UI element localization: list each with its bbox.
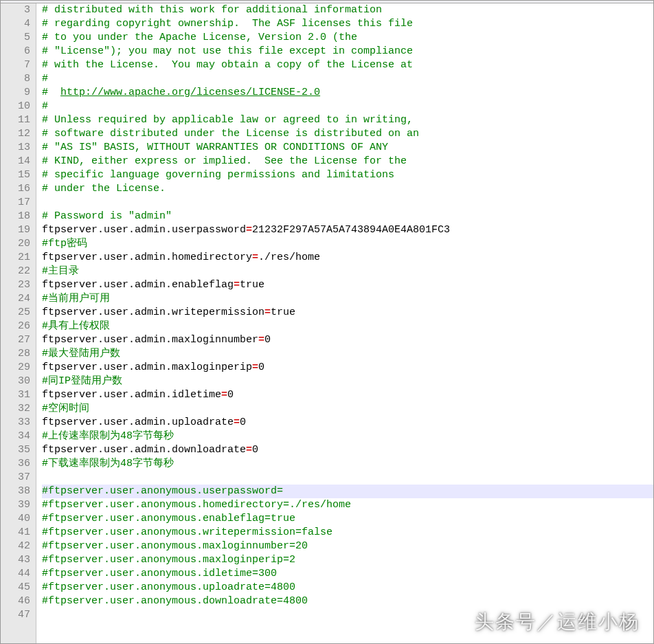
- code-line[interactable]: #ftp密码: [42, 237, 653, 251]
- comment-prefix: #: [42, 87, 60, 98]
- code-line[interactable]: #ftpserver.user.anonymous.maxloginperip=…: [42, 553, 653, 567]
- line-number: 23: [1, 278, 30, 292]
- code-line[interactable]: #: [42, 72, 653, 86]
- code-line[interactable]: ftpserver.user.admin.userpassword=21232F…: [42, 223, 653, 237]
- code-line[interactable]: #ftpserver.user.anonymous.writepermissio…: [42, 526, 653, 540]
- line-number: 45: [1, 581, 30, 595]
- comment-text: # "License"); you may not use this file …: [42, 45, 413, 57]
- equals-sign: =: [252, 362, 258, 373]
- comment-text: #ftp密码: [42, 238, 87, 249]
- code-line[interactable]: # "License"); you may not use this file …: [42, 45, 653, 58]
- property-key: ftpserver.user.admin.enableflag: [42, 279, 234, 291]
- code-line[interactable]: #ftpserver.user.anonymous.homedirectory=…: [42, 498, 653, 512]
- comment-text: #ftpserver.user.anonymous.writepermissio…: [42, 526, 332, 538]
- line-number: 43: [1, 553, 30, 567]
- code-line[interactable]: #当前用户可用: [42, 292, 653, 306]
- code-line[interactable]: #ftpserver.user.anonymous.downloadrate=4…: [42, 595, 653, 608]
- line-number: 31: [1, 388, 30, 402]
- line-number: 5: [1, 31, 30, 45]
- equals-sign: =: [234, 417, 240, 428]
- comment-text: # under the License.: [42, 183, 166, 195]
- code-line[interactable]: ftpserver.user.admin.maxloginperip=0: [42, 361, 653, 375]
- code-line[interactable]: ftpserver.user.admin.homedirectory=./res…: [42, 251, 653, 265]
- property-key: ftpserver.user.admin.idletime: [42, 389, 221, 401]
- comment-text: # Unless required by applicable law or a…: [42, 114, 413, 126]
- line-number: 12: [1, 127, 30, 141]
- property-key: ftpserver.user.admin.homedirectory: [42, 252, 252, 263]
- code-line[interactable]: #ftpserver.user.anonymous.enableflag=tru…: [42, 512, 653, 526]
- line-number: 25: [1, 306, 30, 320]
- code-line[interactable]: #最大登陆用户数: [42, 347, 653, 361]
- code-line[interactable]: #主目录: [42, 265, 653, 278]
- line-number: 37: [1, 471, 30, 485]
- code-editor[interactable]: 3456789101112131415161718192021222324252…: [1, 3, 653, 643]
- code-line[interactable]: [42, 608, 653, 622]
- code-line[interactable]: ftpserver.user.admin.writepermission=tru…: [42, 306, 653, 320]
- code-line[interactable]: # with the License. You may obtain a cop…: [42, 58, 653, 72]
- line-number: 19: [1, 223, 30, 237]
- property-value: ./res/home: [258, 252, 320, 263]
- code-area[interactable]: # distributed with this work for additio…: [36, 3, 653, 643]
- comment-text: # KIND, either express or implied. See t…: [42, 155, 407, 167]
- license-link[interactable]: http://www.apache.org/licenses/LICENSE-2…: [60, 87, 320, 98]
- code-line[interactable]: #上传速率限制为48字节每秒: [42, 430, 653, 443]
- code-line[interactable]: #具有上传权限: [42, 320, 653, 333]
- code-line[interactable]: # under the License.: [42, 182, 653, 196]
- code-line[interactable]: # software distributed under the License…: [42, 127, 653, 141]
- property-key: ftpserver.user.admin.userpassword: [42, 224, 246, 236]
- code-line[interactable]: # http://www.apache.org/licenses/LICENSE…: [42, 86, 653, 100]
- comment-text: #同IP登陆用户数: [42, 375, 122, 387]
- code-line[interactable]: #ftpserver.user.anonymous.maxloginnumber…: [42, 540, 653, 553]
- code-line[interactable]: # Password is "admin": [42, 210, 653, 223]
- code-line[interactable]: # to you under the Apache License, Versi…: [42, 31, 653, 45]
- comment-text: #ftpserver.user.anonymous.enableflag=tru…: [42, 513, 295, 524]
- property-key: ftpserver.user.admin.uploadrate: [42, 417, 234, 428]
- property-key: ftpserver.user.admin.downloadrate: [42, 444, 246, 456]
- property-value: true: [271, 307, 295, 318]
- line-number: 3: [1, 3, 30, 17]
- line-number: 22: [1, 265, 30, 278]
- code-line[interactable]: # "AS IS" BASIS, WITHOUT WARRANTIES OR C…: [42, 141, 653, 155]
- line-number-gutter: 3456789101112131415161718192021222324252…: [1, 3, 36, 643]
- code-line[interactable]: ftpserver.user.admin.idletime=0: [42, 388, 653, 402]
- code-line[interactable]: #空闲时间: [42, 402, 653, 416]
- code-line[interactable]: #下载速率限制为48字节每秒: [42, 457, 653, 471]
- line-number: 39: [1, 498, 30, 512]
- code-line[interactable]: ftpserver.user.admin.downloadrate=0: [42, 443, 653, 457]
- comment-text: #具有上传权限: [42, 320, 110, 332]
- comment-text: #当前用户可用: [42, 293, 110, 304]
- equals-sign: =: [246, 224, 252, 236]
- line-number: 8: [1, 72, 30, 86]
- line-number: 16: [1, 182, 30, 196]
- code-line[interactable]: #ftpserver.user.anonymous.userpassword=: [42, 485, 653, 498]
- line-number: 4: [1, 17, 30, 31]
- code-line[interactable]: # distributed with this work for additio…: [42, 3, 653, 17]
- code-line[interactable]: ftpserver.user.admin.maxloginnumber=0: [42, 333, 653, 347]
- code-line[interactable]: #ftpserver.user.anonymous.uploadrate=480…: [42, 581, 653, 595]
- comment-text: #: [42, 73, 48, 85]
- equals-sign: =: [252, 252, 258, 263]
- line-number: 26: [1, 320, 30, 333]
- comment-text: #ftpserver.user.anonymous.idletime=300: [42, 568, 277, 579]
- code-line[interactable]: # regarding copyright ownership. The ASF…: [42, 17, 653, 31]
- code-line[interactable]: # specific language governing permission…: [42, 168, 653, 182]
- code-line[interactable]: [42, 471, 653, 485]
- line-number: 9: [1, 86, 30, 100]
- comment-text: #ftpserver.user.anonymous.userpassword=: [42, 485, 283, 497]
- equals-sign: =: [234, 279, 240, 291]
- code-line[interactable]: # KIND, either express or implied. See t…: [42, 155, 653, 168]
- code-line[interactable]: #: [42, 100, 653, 113]
- code-line[interactable]: ftpserver.user.admin.enableflag=true: [42, 278, 653, 292]
- property-key: ftpserver.user.admin.writepermission: [42, 307, 264, 318]
- comment-text: #ftpserver.user.anonymous.maxloginperip=…: [42, 554, 295, 566]
- property-value: 0: [252, 444, 258, 456]
- comment-text: #上传速率限制为48字节每秒: [42, 430, 174, 442]
- line-number: 20: [1, 237, 30, 251]
- code-line[interactable]: # Unless required by applicable law or a…: [42, 113, 653, 127]
- comment-text: #ftpserver.user.anonymous.homedirectory=…: [42, 499, 351, 511]
- code-line[interactable]: [42, 196, 653, 210]
- code-line[interactable]: #同IP登陆用户数: [42, 375, 653, 388]
- code-line[interactable]: ftpserver.user.admin.uploadrate=0: [42, 416, 653, 430]
- comment-text: #ftpserver.user.anonymous.downloadrate=4…: [42, 595, 308, 607]
- code-line[interactable]: #ftpserver.user.anonymous.idletime=300: [42, 567, 653, 581]
